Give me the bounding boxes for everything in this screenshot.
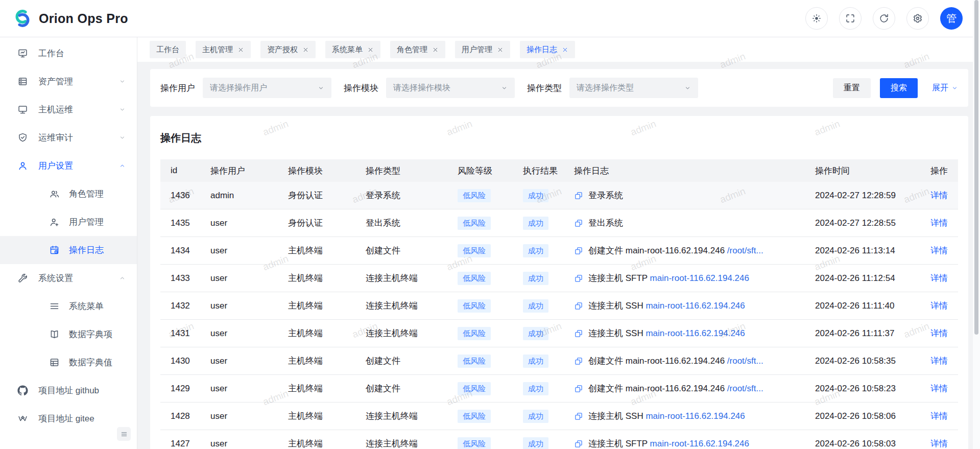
cell-module: 主机终端 [284, 272, 362, 284]
sidebar-item-user-settings[interactable]: 用户设置 [0, 152, 137, 180]
copy-icon[interactable] [574, 384, 583, 393]
sidebar-item-dict-value[interactable]: 数据字典值 [0, 348, 137, 376]
refresh-icon [878, 13, 890, 24]
tab-asset-auth[interactable]: 资产授权 [260, 41, 316, 58]
cell-action: 详情 [918, 355, 958, 367]
sidebar-item-workbench[interactable]: 工作台 [0, 39, 137, 67]
detail-link[interactable]: 详情 [930, 191, 948, 200]
column-header-type: 操作类型 [362, 165, 453, 177]
detail-link[interactable]: 详情 [930, 384, 948, 393]
chevron-down-icon [119, 134, 126, 141]
cell-risk: 低风险 [453, 217, 519, 230]
log-link[interactable]: /root/sft... [727, 246, 763, 255]
log-link[interactable]: main-root-116.62.194.246 [650, 439, 749, 448]
tab-operation-log[interactable]: 操作日志 [520, 41, 575, 58]
op-type-select[interactable]: 请选择操作类型 [569, 78, 698, 98]
copy-icon[interactable] [574, 246, 583, 255]
expand-toggle-label: 展开 [932, 83, 948, 93]
copy-icon[interactable] [574, 412, 583, 421]
tab-close-icon[interactable] [432, 46, 439, 53]
refresh-button[interactable] [873, 7, 895, 30]
log-link[interactable]: main-root-116.62.194.246 [646, 411, 745, 421]
cell-risk: 低风险 [453, 272, 519, 285]
tab-host-mgmt[interactable]: 主机管理 [196, 41, 251, 58]
theme-button[interactable] [805, 7, 828, 30]
copy-icon[interactable] [574, 329, 583, 338]
detail-link[interactable]: 详情 [930, 218, 948, 228]
avatar[interactable]: 管 [940, 7, 963, 30]
detail-link[interactable]: 详情 [930, 246, 948, 255]
log-text: 创建文件 main-root-116.62.194.246 /root/sft.… [588, 383, 763, 394]
sidebar-collapse-button[interactable] [117, 427, 131, 441]
sidebar: 工作台资产管理主机运维运维审计用户设置角色管理用户管理操作日志系统设置系统菜单数… [0, 37, 137, 449]
detail-link[interactable]: 详情 [930, 301, 948, 311]
sidebar-item-system-menu[interactable]: 系统菜单 [0, 292, 137, 320]
copy-icon[interactable] [574, 301, 583, 311]
tab-role-mgmt[interactable]: 角色管理 [390, 41, 445, 58]
close-icon [497, 46, 504, 53]
log-link[interactable]: /root/sft... [727, 384, 763, 393]
sidebar-item-operation-log[interactable]: 操作日志 [0, 236, 137, 264]
expand-toggle[interactable]: 展开 [932, 83, 958, 93]
sidebar-item-label: 数据字典项 [69, 328, 112, 340]
copy-icon[interactable] [574, 219, 583, 228]
tab-user-mgmt[interactable]: 用户管理 [455, 41, 510, 58]
detail-link[interactable]: 详情 [930, 439, 948, 448]
column-header-user: 操作用户 [206, 165, 284, 177]
close-icon [562, 46, 568, 53]
detail-link[interactable]: 详情 [930, 273, 948, 283]
sidebar-item-gitee[interactable]: 项目地址 gitee [0, 405, 137, 433]
result-badge: 成功 [523, 189, 548, 202]
cell-id: 1431 [160, 328, 206, 339]
sidebar-item-system-settings[interactable]: 系统设置 [0, 264, 137, 292]
filter-field-op-module: 操作模块请选择操作模块 [344, 78, 515, 98]
tab-close-icon[interactable] [302, 46, 309, 53]
log-link[interactable]: main-root-116.62.194.246 [650, 273, 749, 283]
copy-icon[interactable] [574, 274, 583, 283]
settings-button[interactable] [906, 7, 929, 30]
tab-close-icon[interactable] [367, 46, 374, 53]
chevron-down-icon [951, 85, 958, 91]
op-user-select[interactable]: 请选择操作用户 [203, 78, 331, 98]
log-link[interactable]: main-root-116.62.194.246 [646, 301, 745, 311]
chevron-down-icon [119, 106, 126, 113]
sidebar-item-label: 项目地址 gitee [38, 413, 94, 424]
copy-icon[interactable] [574, 439, 583, 448]
tab-system-menu[interactable]: 系统菜单 [325, 41, 380, 58]
op-module-select[interactable]: 请选择操作模块 [386, 78, 515, 98]
tab-workbench[interactable]: 工作台 [150, 41, 186, 58]
log-link[interactable]: /root/sft... [727, 356, 763, 366]
detail-link[interactable]: 详情 [930, 328, 948, 338]
chevron-down-icon [501, 85, 508, 91]
log-text: 登录系统 [588, 190, 623, 201]
monitor-chart-icon [17, 48, 28, 59]
detail-link[interactable]: 详情 [930, 411, 948, 421]
sidebar-item-dict-item[interactable]: 数据字典项 [0, 320, 137, 348]
table-row: 1433user主机终端连接主机终端低风险成功连接主机 SFTP main-ro… [160, 265, 958, 292]
tab-label: 资产授权 [267, 45, 298, 55]
risk-badge: 低风险 [458, 299, 491, 313]
detail-link[interactable]: 详情 [930, 356, 948, 366]
tab-close-icon[interactable] [562, 46, 568, 53]
copy-icon[interactable] [574, 357, 583, 366]
page-scrollbar[interactable] [973, 0, 980, 449]
tab-close-icon[interactable] [497, 46, 504, 53]
sidebar-item-user-mgmt[interactable]: 用户管理 [0, 208, 137, 236]
sidebar-item-github[interactable]: 项目地址 github [0, 376, 137, 405]
sidebar-item-ops-audit[interactable]: 运维审计 [0, 124, 137, 152]
search-button[interactable]: 搜索 [880, 78, 918, 98]
filter-label: 操作用户 [160, 82, 195, 94]
risk-badge: 低风险 [458, 382, 491, 395]
reset-button[interactable]: 重置 [833, 78, 871, 98]
sidebar-item-host-ops[interactable]: 主机运维 [0, 96, 137, 124]
scrollbar-thumb[interactable] [974, 0, 978, 335]
log-link[interactable]: main-root-116.62.194.246 [646, 328, 745, 338]
sidebar-item-label: 主机运维 [38, 104, 73, 115]
copy-icon[interactable] [574, 191, 583, 200]
tab-close-icon[interactable] [237, 46, 244, 53]
sidebar-item-role-mgmt[interactable]: 角色管理 [0, 180, 137, 208]
sidebar-item-asset-mgmt[interactable]: 资产管理 [0, 67, 137, 96]
cell-module: 主机终端 [284, 438, 362, 449]
fullscreen-button[interactable] [839, 7, 862, 30]
cell-log: 登录系统 [570, 190, 811, 201]
